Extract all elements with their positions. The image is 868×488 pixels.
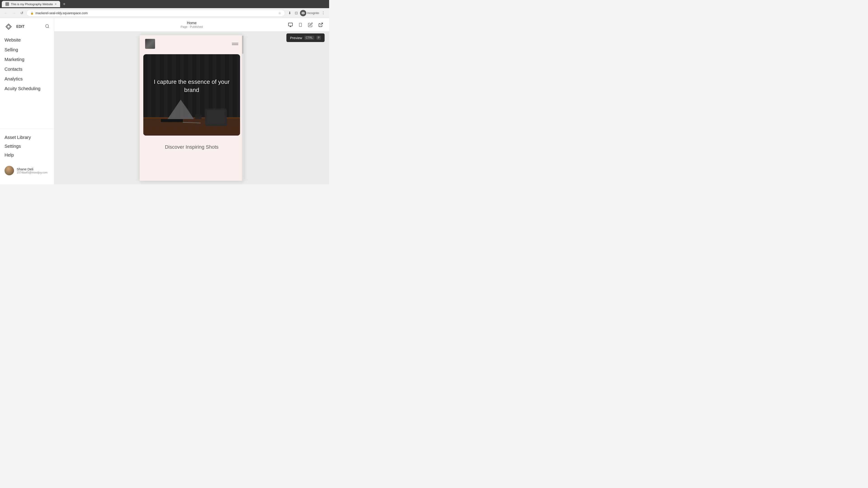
preview-tooltip-label: Preview (290, 36, 302, 40)
lock-icon: 🔒 (30, 11, 34, 15)
svg-line-3 (320, 23, 322, 25)
preview-tooltip: Preview CTRL P (286, 33, 324, 42)
discover-section: Discover Inspiring Shots (140, 137, 244, 157)
address-text: mackerel-seal-nldy.squarespace.com (35, 11, 276, 15)
preview-shortcut-key: P (316, 36, 321, 40)
sidebar-item-asset-library[interactable]: Asset Library (4, 133, 50, 142)
nav-actions: ⬇ ⊡ Incognito ⋮ (287, 10, 327, 16)
sidebar-item-website[interactable]: Website (4, 35, 50, 45)
edit-label: EDIT (16, 25, 24, 29)
nav-bar: ← → ↺ 🔒 mackerel-seal-nldy.squarespace.c… (0, 8, 329, 18)
sidebar-item-contacts[interactable]: Contacts (4, 64, 50, 74)
toolbar-center: Home Page · Published (181, 21, 203, 29)
page-status: Page · Published (181, 25, 203, 29)
sidebar-item-settings[interactable]: Settings (4, 142, 50, 151)
tab-close-button[interactable]: × (55, 2, 57, 6)
avatar-image (4, 166, 14, 175)
sidebar-item-acuity[interactable]: Acuity Scheduling (4, 84, 50, 94)
incognito-icon (301, 11, 305, 15)
squarespace-logo-icon (5, 23, 12, 30)
preview-content: I capture the essence of your brand (140, 35, 244, 181)
svg-rect-9 (195, 115, 202, 119)
website-header (140, 35, 244, 53)
canvas-area: I capture the essence of your brand (54, 32, 329, 184)
mobile-icon (298, 22, 303, 27)
sidebar-top: EDIT (0, 23, 54, 35)
website-preview: I capture the essence of your brand (140, 35, 244, 181)
hamburger-line-1 (232, 43, 238, 43)
download-button[interactable]: ⬇ (287, 10, 292, 16)
browser-tab-bar: This is my Photography Website × + (0, 0, 329, 8)
edit-design-button[interactable] (307, 21, 314, 29)
squarespace-logo[interactable] (4, 23, 13, 31)
user-email: 1574ba45@moodjoy.com (17, 171, 48, 174)
hero-text: I capture the essence of your brand (143, 78, 240, 94)
svg-rect-6 (161, 119, 183, 122)
refresh-button[interactable]: ↺ (19, 10, 25, 16)
tab-favicon (5, 2, 9, 6)
sidebar-item-help[interactable]: Help (4, 151, 50, 160)
website-logo (145, 39, 155, 49)
address-bar[interactable]: 🔒 mackerel-seal-nldy.squarespace.com ☆ (26, 10, 285, 17)
svg-rect-1 (288, 23, 292, 26)
incognito-label: Incognito (307, 11, 319, 15)
tab-title: This is my Photography Website (11, 2, 53, 6)
new-tab-button[interactable]: + (61, 1, 67, 8)
hamburger-menu[interactable] (232, 43, 238, 45)
sidebar: EDIT Website Selling Marketing Contacts (0, 18, 54, 184)
hamburger-line-2 (232, 44, 238, 45)
preview-shortcut-ctrl: CTRL (305, 36, 314, 40)
hero-background: I capture the essence of your brand (143, 54, 240, 135)
scrollbar-thumb (242, 36, 243, 54)
active-tab[interactable]: This is my Photography Website × (2, 1, 60, 7)
hero-section: I capture the essence of your brand (143, 54, 240, 135)
pencil-icon (308, 22, 313, 27)
sidebar-item-marketing[interactable]: Marketing (4, 55, 50, 64)
desktop-icon (288, 22, 293, 27)
mobile-view-button[interactable] (297, 21, 304, 29)
browser-menu-button[interactable]: ⋮ (320, 10, 327, 16)
discover-title: Discover Inspiring Shots (145, 144, 238, 150)
sidebar-item-selling[interactable]: Selling (4, 45, 50, 55)
sidebar-item-analytics[interactable]: Analytics (4, 74, 50, 84)
user-info[interactable]: Shane Deli 1574ba45@moodjoy.com (4, 161, 50, 175)
incognito-badge (300, 10, 306, 16)
user-details: Shane Deli 1574ba45@moodjoy.com (17, 167, 48, 174)
toolbar: Home Page · Published (54, 18, 329, 32)
back-button[interactable]: ← (3, 10, 9, 16)
extensions-button[interactable]: ⊡ (293, 10, 299, 16)
preview-button[interactable] (317, 21, 324, 29)
logo-image (145, 39, 155, 49)
svg-marker-7 (167, 100, 194, 119)
page-title: Home (187, 21, 197, 25)
bookmark-icon[interactable]: ☆ (278, 11, 281, 15)
preview-scrollbar[interactable] (242, 35, 244, 181)
search-icon (45, 24, 50, 29)
sidebar-nav: Website Selling Marketing Contacts Analy… (0, 35, 54, 124)
app-container: EDIT Website Selling Marketing Contacts (0, 18, 329, 184)
search-button[interactable] (45, 24, 50, 30)
toolbar-right (287, 21, 324, 29)
svg-point-0 (46, 24, 49, 27)
forward-button[interactable]: → (11, 10, 17, 16)
user-avatar (4, 166, 14, 175)
sidebar-bottom: Asset Library Settings Help Shane Deli 1… (0, 128, 54, 180)
user-name: Shane Deli (17, 167, 48, 171)
svg-rect-11 (207, 110, 225, 123)
external-link-icon (318, 22, 323, 27)
desktop-view-button[interactable] (287, 21, 294, 29)
